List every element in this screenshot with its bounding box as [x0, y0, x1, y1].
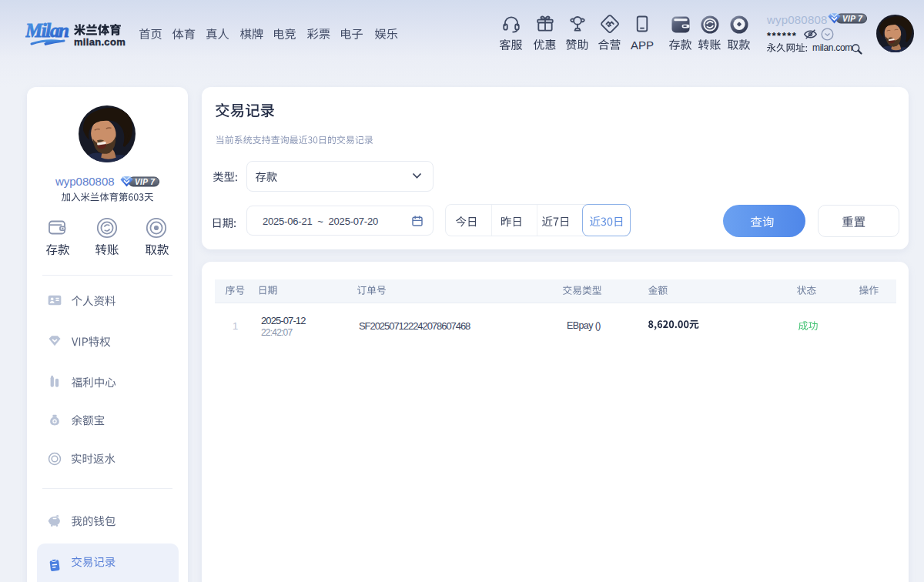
svg-text:VIP 7: VIP 7 [135, 178, 155, 186]
svg-text:Milan: Milan [25, 20, 69, 41]
svg-text:VIP 7: VIP 7 [842, 15, 862, 23]
